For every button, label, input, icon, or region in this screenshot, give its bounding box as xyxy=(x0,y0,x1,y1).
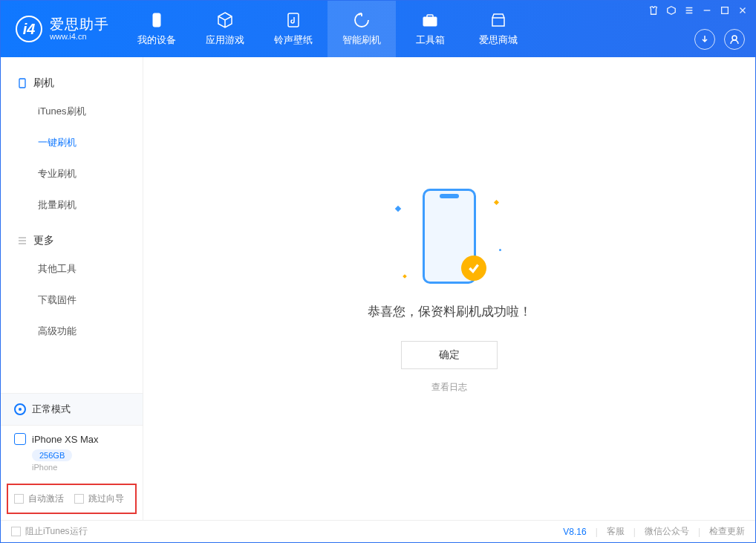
ok-button[interactable]: 确定 xyxy=(401,341,498,369)
nav-my-device[interactable]: 我的设备 xyxy=(123,1,191,57)
menu-small-icon xyxy=(17,235,27,246)
svg-rect-4 xyxy=(722,7,729,14)
logo-subtitle: www.i4.cn xyxy=(50,32,109,41)
checkbox-icon xyxy=(14,494,24,504)
svg-point-5 xyxy=(732,36,737,40)
mode-indicator-icon xyxy=(14,403,26,415)
user-button[interactable] xyxy=(724,29,745,50)
sidebar-section-title: 刷机 xyxy=(33,77,54,90)
sidebar-item-pro[interactable]: 专业刷机 xyxy=(1,158,143,189)
checkbox-block-itunes[interactable]: 阻止iTunes运行 xyxy=(11,525,88,538)
sidebar-section-more: 更多 xyxy=(1,228,143,253)
toolbox-icon xyxy=(421,11,439,29)
cube-icon xyxy=(216,11,234,29)
download-button[interactable] xyxy=(694,29,715,50)
footer-link-wechat[interactable]: 微信公众号 xyxy=(645,525,689,538)
nav-label: 工具箱 xyxy=(416,33,445,47)
store-icon xyxy=(489,11,507,29)
main-content: 恭喜您，保资料刷机成功啦！ 确定 查看日志 xyxy=(143,57,755,520)
sidebar-section-flash: 刷机 xyxy=(1,71,143,96)
nav-toolbox[interactable]: 工具箱 xyxy=(396,1,464,57)
nav-label: 爱思商城 xyxy=(479,33,518,47)
device-name: iPhone XS Max xyxy=(32,434,99,445)
device-mode-row[interactable]: 正常模式 xyxy=(1,394,143,426)
view-log-link[interactable]: 查看日志 xyxy=(431,381,467,394)
cube-small-icon[interactable] xyxy=(666,5,677,16)
music-icon xyxy=(284,11,302,29)
sidebar-item-download-firmware[interactable]: 下载固件 xyxy=(1,284,143,316)
svg-rect-6 xyxy=(19,79,25,88)
logo-icon: i4 xyxy=(16,16,42,42)
success-message: 恭喜您，保资料刷机成功啦！ xyxy=(368,303,532,320)
sidebar-item-oneclick[interactable]: 一键刷机 xyxy=(1,127,143,158)
device-mode-label: 正常模式 xyxy=(32,403,71,416)
footer-link-update[interactable]: 检查更新 xyxy=(709,525,745,538)
phone-icon xyxy=(14,433,26,445)
nav-label: 应用游戏 xyxy=(206,33,244,47)
svg-rect-1 xyxy=(288,13,299,27)
checkbox-skip-guide[interactable]: 跳过向导 xyxy=(74,492,124,505)
checkbox-label: 自动激活 xyxy=(28,492,64,505)
footer: 阻止iTunes运行 V8.16 | 客服 | 微信公众号 | 检查更新 xyxy=(1,520,755,542)
device-name-row[interactable]: iPhone XS Max xyxy=(1,426,143,446)
checkbox-icon xyxy=(74,494,84,504)
sidebar: 刷机 iTunes刷机 一键刷机 专业刷机 批量刷机 更多 其他工具 下载固件 … xyxy=(1,57,143,520)
tshirt-icon[interactable] xyxy=(648,5,659,16)
phone-small-icon xyxy=(17,78,27,88)
minimize-icon[interactable] xyxy=(702,5,712,16)
highlighted-options-box: 自动激活 跳过向导 xyxy=(7,484,137,514)
top-nav: 我的设备 应用游戏 铃声壁纸 智能刷机 工具箱 爱思商城 xyxy=(123,1,532,57)
svg-rect-0 xyxy=(153,13,160,27)
checkbox-icon xyxy=(11,527,21,536)
nav-ringtones[interactable]: 铃声壁纸 xyxy=(259,1,328,57)
version-label: V8.16 xyxy=(563,527,586,537)
logo-title: 爱思助手 xyxy=(50,17,109,33)
refresh-icon xyxy=(353,11,371,29)
success-illustration xyxy=(390,184,509,288)
nav-smart-flash[interactable]: 智能刷机 xyxy=(328,1,396,57)
sidebar-section-title: 更多 xyxy=(33,234,54,247)
footer-link-support[interactable]: 客服 xyxy=(607,525,625,538)
sidebar-item-batch[interactable]: 批量刷机 xyxy=(1,189,143,221)
sidebar-item-other-tools[interactable]: 其他工具 xyxy=(1,253,143,284)
checkbox-auto-activate[interactable]: 自动激活 xyxy=(14,492,64,505)
menu-icon[interactable] xyxy=(684,5,694,16)
app-logo: i4 爱思助手 www.i4.cn xyxy=(1,16,123,42)
checkbox-label: 阻止iTunes运行 xyxy=(25,525,88,538)
nav-store[interactable]: 爱思商城 xyxy=(464,1,532,57)
nav-apps-games[interactable]: 应用游戏 xyxy=(191,1,259,57)
svg-rect-3 xyxy=(427,15,433,18)
checkmark-icon xyxy=(461,256,486,281)
device-type: iPhone xyxy=(1,463,143,478)
device-icon xyxy=(148,11,166,29)
close-icon[interactable] xyxy=(737,5,748,16)
checkbox-label: 跳过向导 xyxy=(88,492,124,505)
maximize-icon[interactable] xyxy=(720,5,730,16)
capacity-badge: 256GB xyxy=(32,449,72,461)
svg-rect-2 xyxy=(423,17,437,26)
nav-label: 铃声壁纸 xyxy=(274,33,313,47)
nav-label: 智能刷机 xyxy=(342,33,381,47)
nav-label: 我的设备 xyxy=(137,33,176,47)
sidebar-item-advanced[interactable]: 高级功能 xyxy=(1,316,143,347)
sidebar-item-itunes[interactable]: iTunes刷机 xyxy=(1,96,143,127)
